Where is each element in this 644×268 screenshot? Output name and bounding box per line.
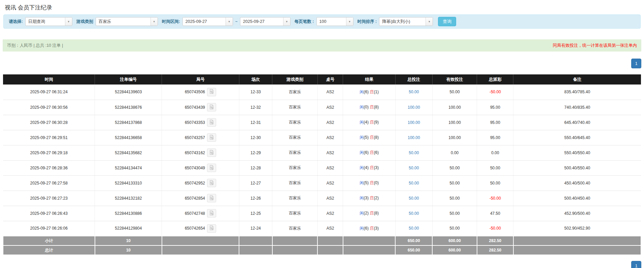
total-row-cell-5 bbox=[317, 245, 343, 255]
subtotal-row-cell-4 bbox=[272, 236, 318, 245]
table-row: 2025-09-27 06:30:28522844137868650743353… bbox=[3, 115, 641, 130]
video-replay-icon bbox=[209, 210, 214, 216]
column-header-2: 局号 bbox=[162, 74, 239, 85]
session-cell: 12-31 bbox=[239, 115, 272, 130]
summary-bar: 币别：人民币 | 总共 :10 注单 | 同局有效投注，统一计算在该局第一张注单… bbox=[3, 39, 641, 52]
total-bet-link[interactable]: 50.00 bbox=[409, 226, 419, 231]
table-number-cell: AS2 bbox=[317, 145, 343, 160]
round-number-wrap: 650742952 bbox=[185, 179, 216, 187]
page-size-label: 每页笔数 : bbox=[295, 19, 314, 25]
total-bet-link[interactable]: 100.00 bbox=[408, 135, 420, 140]
payout-cell: 95.00 bbox=[477, 130, 513, 145]
sort-order-select[interactable]: 降幂(由大到小) ▾ bbox=[379, 17, 433, 26]
video-replay-button[interactable] bbox=[207, 133, 216, 142]
total-bet-cell: 50.00 bbox=[395, 145, 432, 160]
banker-result-label: 庄 bbox=[370, 120, 374, 125]
session-cell: 12-33 bbox=[239, 85, 272, 100]
result-cell: 闲(4) 庄(3) bbox=[343, 160, 395, 175]
player-result-value: (4) bbox=[364, 165, 370, 170]
chevron-down-icon[interactable]: ▾ bbox=[426, 18, 433, 26]
date-from-picker[interactable]: 2025-09-27 ▾ bbox=[182, 17, 233, 26]
search-button[interactable]: 查询 bbox=[438, 17, 456, 26]
banker-result-label: 庄 bbox=[370, 196, 374, 200]
video-replay-button[interactable] bbox=[207, 103, 216, 111]
game-type-label: 游戏类别 bbox=[76, 19, 93, 25]
video-replay-button[interactable] bbox=[207, 148, 216, 157]
chevron-down-icon[interactable]: ▾ bbox=[283, 18, 290, 26]
round-number-cell: 650742854 bbox=[162, 191, 239, 206]
video-replay-button[interactable] bbox=[207, 88, 216, 96]
table-row: 2025-09-27 06:31:24522844139603650743506… bbox=[3, 85, 641, 100]
time-cell: 2025-09-27 06:27:58 bbox=[3, 175, 95, 191]
table-row: 2025-09-27 06:30:56522844138676650743439… bbox=[3, 100, 641, 115]
banker-result-label: 庄 bbox=[370, 135, 374, 140]
table-row: 2025-09-27 06:26:43522844130886650742748… bbox=[3, 206, 641, 221]
date-to-picker[interactable]: 2025-09-27 ▾ bbox=[240, 17, 291, 26]
query-type-select[interactable]: 日期查询 ▾ bbox=[25, 17, 72, 26]
currency-total-text: 币别：人民币 | 总共 :10 注单 | bbox=[7, 43, 63, 48]
player-result-value: (3) bbox=[364, 196, 370, 200]
column-header-4: 游戏类别 bbox=[272, 74, 318, 85]
total-bet-link[interactable]: 50.00 bbox=[409, 150, 419, 155]
round-number: 650742854 bbox=[185, 196, 205, 201]
total-bet-link[interactable]: 50.00 bbox=[409, 181, 419, 186]
chevron-down-icon[interactable]: ▾ bbox=[226, 18, 233, 26]
video-replay-button[interactable] bbox=[207, 118, 216, 127]
result-cell: 闲(6) 庄(1) bbox=[343, 85, 395, 100]
chevron-down-icon[interactable]: ▾ bbox=[65, 18, 72, 26]
total-row: 总计10650.00600.00282.50 bbox=[3, 245, 641, 255]
video-replay-button[interactable] bbox=[207, 164, 216, 172]
round-number: 650743353 bbox=[185, 120, 205, 125]
result-cell: 闲(3) 庄(2) bbox=[343, 191, 395, 206]
total-bet-link[interactable]: 50.00 bbox=[409, 90, 419, 94]
column-header-0: 时间 bbox=[3, 74, 95, 85]
round-number-wrap: 650742654 bbox=[185, 224, 216, 233]
page-button[interactable]: 1 bbox=[631, 261, 641, 268]
remark-cell: 452.90/500.40 bbox=[513, 206, 641, 221]
total-bet-link[interactable]: 50.00 bbox=[409, 166, 419, 170]
session-cell: 12-30 bbox=[239, 130, 272, 145]
total-bet-link[interactable]: 50.00 bbox=[409, 196, 419, 201]
chevron-down-icon[interactable]: ▾ bbox=[346, 18, 353, 26]
query-type-label: 请选择: bbox=[9, 19, 23, 25]
video-replay-button[interactable] bbox=[207, 194, 216, 202]
video-replay-button[interactable] bbox=[207, 179, 216, 187]
result-cell: 闲(0) 庄(8) bbox=[343, 100, 395, 115]
round-number-cell: 650743353 bbox=[162, 115, 239, 130]
game-type-select[interactable]: 百家乐 ▾ bbox=[96, 17, 158, 26]
result-cell: 闲(4) 庄(9) bbox=[343, 115, 395, 130]
round-number-wrap: 650743506 bbox=[185, 88, 216, 96]
total-bet-link[interactable]: 100.00 bbox=[408, 120, 420, 125]
player-result-value: (6) bbox=[364, 150, 370, 155]
video-replay-icon bbox=[209, 89, 214, 95]
round-number-wrap: 650742748 bbox=[185, 209, 216, 217]
subtotal-row-cell-2 bbox=[162, 236, 239, 245]
time-cell: 2025-09-27 06:30:56 bbox=[3, 100, 95, 115]
total-bet-cell: 50.00 bbox=[395, 175, 432, 191]
total-row-cell-0: 总计 bbox=[3, 245, 95, 255]
round-number-wrap: 650742854 bbox=[185, 194, 216, 202]
subtotal-row: 小计10650.00600.00282.50 bbox=[3, 236, 641, 245]
time-cell: 2025-09-27 06:27:23 bbox=[3, 191, 95, 206]
chevron-down-icon[interactable]: ▾ bbox=[150, 18, 158, 26]
remark-cell: 835.40/785.40 bbox=[513, 85, 641, 100]
total-bet-link[interactable]: 50.00 bbox=[409, 211, 419, 216]
table-number-cell: AS2 bbox=[317, 221, 343, 236]
banker-result-label: 庄 bbox=[370, 105, 374, 109]
game-type-cell: 百家乐 bbox=[272, 206, 318, 221]
video-replay-icon bbox=[209, 180, 214, 186]
page-size-select[interactable]: 100 ▾ bbox=[316, 17, 353, 26]
video-replay-button[interactable] bbox=[207, 209, 216, 217]
video-replay-icon bbox=[209, 104, 214, 110]
same-round-note: 同局有效投注，统一计算在该局第一张注单内 bbox=[553, 43, 637, 48]
time-cell: 2025-09-27 06:28:36 bbox=[3, 160, 95, 175]
sort-order-value: 降幂(由大到小) bbox=[379, 19, 426, 25]
bet-number-cell: 522844134474 bbox=[95, 160, 162, 175]
session-cell: 12-25 bbox=[239, 206, 272, 221]
total-bet-link[interactable]: 100.00 bbox=[408, 105, 420, 110]
filter-panel: 请选择: 日期查询 ▾ 游戏类别 百家乐 ▾ 时间区间: 2025-09-27 … bbox=[3, 14, 641, 29]
banker-result-value: (8) bbox=[374, 211, 379, 215]
remark-cell: 550.40/645.40 bbox=[513, 130, 641, 145]
video-replay-button[interactable] bbox=[207, 224, 216, 233]
page-button[interactable]: 1 bbox=[631, 59, 641, 68]
